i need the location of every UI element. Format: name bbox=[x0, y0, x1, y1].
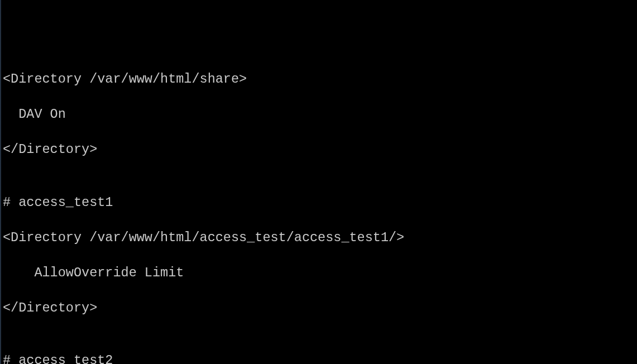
config-line: AllowOverride Limit bbox=[3, 264, 637, 282]
config-line: <Directory /var/www/html/share> bbox=[3, 70, 637, 88]
terminal-editor[interactable]: <Directory /var/www/html/share> DAV On <… bbox=[0, 0, 637, 364]
config-line: # access_test1 bbox=[3, 194, 637, 212]
config-line: # access_test2 bbox=[3, 352, 637, 364]
config-line: </Directory> bbox=[3, 141, 637, 159]
config-line: </Directory> bbox=[3, 299, 637, 317]
left-edge bbox=[0, 0, 1, 364]
config-line: DAV On bbox=[3, 106, 637, 123]
editor-content[interactable]: <Directory /var/www/html/share> DAV On <… bbox=[0, 53, 637, 365]
config-line: <Directory /var/www/html/access_test/acc… bbox=[3, 229, 637, 247]
